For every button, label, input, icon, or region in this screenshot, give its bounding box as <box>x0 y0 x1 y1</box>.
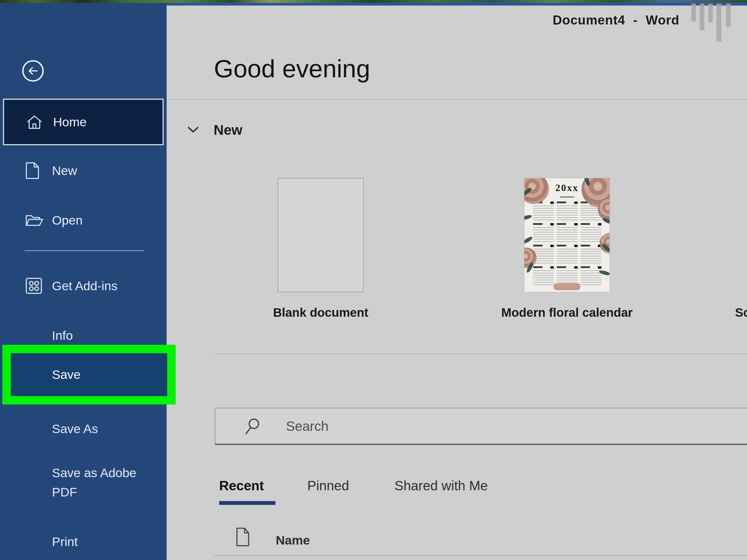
word-backstage-view: Home New Open <box>0 0 747 560</box>
calendar-month-cell <box>581 245 601 263</box>
sidebar-item-home[interactable]: Home <box>3 99 164 145</box>
watermark-bar <box>716 3 721 42</box>
tab-pinned[interactable]: Pinned <box>307 477 349 494</box>
tab-shared-with-me[interactable]: Shared with Me <box>394 477 488 494</box>
watermark-bar <box>708 3 713 23</box>
active-tab-indicator <box>219 501 276 505</box>
sidebar-item-open[interactable]: Open <box>0 210 166 231</box>
back-arrow-icon <box>27 64 40 77</box>
chevron-down-icon <box>187 126 200 134</box>
sidebar-item-label: Open <box>52 210 83 231</box>
template-modern-floral-calendar[interactable]: 20xx <box>524 178 610 292</box>
section-divider <box>214 353 747 354</box>
sidebar-item-print[interactable]: Print <box>0 531 166 552</box>
search-input[interactable] <box>285 408 724 444</box>
calendar-month-cell <box>533 266 554 285</box>
sidebar-item-label: Save as Adobe PDF <box>52 466 136 499</box>
calendar-subtitle-bar <box>560 196 574 198</box>
flower-shape <box>553 283 581 290</box>
leaf-shape <box>524 214 532 220</box>
sidebar-item-label: Save As <box>52 419 98 439</box>
template-label: Blank document <box>248 306 394 320</box>
document-icon <box>235 527 250 547</box>
sidebar-item-save-as[interactable]: Save As <box>0 419 166 439</box>
sidebar-item-get-add-ins[interactable]: Get Add-ins <box>0 276 166 296</box>
leaf-shape <box>524 236 534 245</box>
calendar-month-cell <box>581 223 601 242</box>
tab-recent[interactable]: Recent <box>219 477 264 494</box>
sidebar-item-label: New <box>52 160 77 181</box>
sidebar-item-info[interactable]: Info <box>0 325 166 346</box>
calendar-month-cell <box>557 202 577 220</box>
calendar-month-cell <box>557 245 577 263</box>
calendar-month-cell <box>557 266 577 285</box>
annotation-highlight-box: Save <box>2 345 176 404</box>
template-blank-document[interactable] <box>278 178 364 292</box>
sidebar-item-new[interactable]: New <box>0 160 166 181</box>
search-icon <box>242 417 261 436</box>
sidebar-item-label: Save <box>52 353 80 396</box>
sidebar-item-label: Home <box>53 100 87 144</box>
new-document-icon <box>25 162 40 180</box>
calendar-month-cell <box>533 202 554 220</box>
calendar-month-cell <box>557 223 577 242</box>
watermark-bar <box>700 3 704 30</box>
watermark-bar <box>726 3 731 27</box>
greeting-heading: Good evening <box>214 54 370 83</box>
new-section-header[interactable]: New <box>187 119 242 140</box>
add-ins-grid-icon <box>25 277 43 295</box>
watermark-bar <box>691 3 696 22</box>
sidebar-item-save-as-adobe-pdf[interactable]: Save as Adobe PDF <box>52 463 149 502</box>
home-icon <box>26 114 43 130</box>
section-divider <box>214 555 747 556</box>
calendar-month-grid <box>533 202 601 285</box>
sidebar-item-label: Info <box>52 325 73 346</box>
calendar-month-cell <box>581 266 601 285</box>
template-label-partial[interactable]: Sc <box>735 306 747 320</box>
back-button[interactable] <box>22 60 44 82</box>
window-title: Document4 - Word <box>553 13 679 27</box>
sidebar: Home New Open <box>0 3 166 560</box>
calendar-month-cell <box>533 223 554 242</box>
section-divider <box>168 99 747 100</box>
template-label: Modern floral calendar <box>480 306 654 320</box>
new-section-label: New <box>213 122 242 138</box>
sidebar-item-save[interactable]: Save <box>11 353 167 396</box>
search-bar[interactable] <box>215 408 747 445</box>
sidebar-item-label: Print <box>52 531 78 552</box>
sidebar-item-label: Get Add-ins <box>52 276 118 296</box>
desktop-edge-strip <box>0 0 747 3</box>
column-header-name[interactable]: Name <box>276 533 310 548</box>
folder-open-icon <box>25 213 44 228</box>
sidebar-divider <box>25 250 145 251</box>
